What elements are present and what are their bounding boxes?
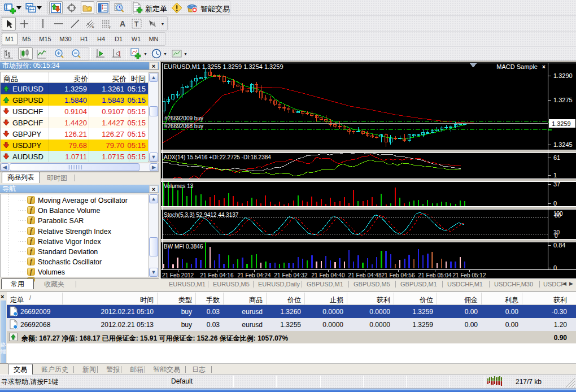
svg-text:MACD Sample: MACD Sample bbox=[496, 63, 538, 70]
svg-text:BW MFI 0.3846: BW MFI 0.3846 bbox=[164, 243, 203, 250]
svg-text:0: 0 bbox=[555, 233, 558, 239]
svg-text:Volumes 13: Volumes 13 bbox=[164, 183, 194, 189]
svg-text:F: F bbox=[109, 26, 111, 29]
svg-text:Stoch(5,3,3) 52.9412 44.3137: Stoch(5,3,3) 52.9412 44.3137 bbox=[164, 212, 239, 218]
svg-text:0: 0 bbox=[553, 200, 557, 207]
svg-text:EURUSD,M1 1.3255 1.3259 1.325: EURUSD,M1 1.3255 1.3259 1.3254 1.3259 bbox=[164, 63, 283, 70]
svg-text:21 Feb 05:04: 21 Feb 05:04 bbox=[418, 272, 452, 278]
svg-text:21 Feb 05:12: 21 Feb 05:12 bbox=[453, 272, 486, 278]
svg-text:21 Feb 04:16: 21 Feb 04:16 bbox=[200, 272, 234, 278]
svg-text:#26692009 buy: #26692009 buy bbox=[164, 115, 203, 121]
svg-text:21 Feb 04:56: 21 Feb 04:56 bbox=[382, 272, 415, 278]
svg-text:21 Feb 2012: 21 Feb 2012 bbox=[162, 272, 194, 278]
svg-text:#26692068 buy: #26692068 buy bbox=[164, 123, 203, 129]
svg-text:21 Feb 04:40: 21 Feb 04:40 bbox=[312, 272, 345, 278]
svg-text:37: 37 bbox=[553, 181, 560, 188]
svg-text:1.3259: 1.3259 bbox=[552, 120, 571, 127]
svg-text:T: T bbox=[134, 20, 139, 28]
svg-text:1: 1 bbox=[553, 172, 557, 178]
svg-text:21 Feb 04:48: 21 Feb 04:48 bbox=[348, 272, 382, 278]
svg-text:61: 61 bbox=[553, 154, 560, 161]
svg-text:1.3275: 1.3275 bbox=[553, 97, 573, 103]
svg-text:80: 80 bbox=[555, 212, 561, 219]
svg-text:1.3290: 1.3290 bbox=[553, 72, 573, 79]
svg-text:21 Feb 04:24: 21 Feb 04:24 bbox=[238, 272, 271, 278]
svg-text:21 Feb 04:32: 21 Feb 04:32 bbox=[274, 272, 308, 278]
svg-text:1.3245: 1.3245 bbox=[553, 141, 573, 148]
svg-text:×: × bbox=[542, 64, 546, 70]
svg-text:ADX(14) 15.5416 +DI:22.2725 -D: ADX(14) 15.5416 +DI:22.2725 -DI:18.2384 bbox=[164, 154, 271, 160]
svg-text:0.84: 0.84 bbox=[553, 242, 565, 249]
svg-text:E: E bbox=[92, 25, 94, 29]
